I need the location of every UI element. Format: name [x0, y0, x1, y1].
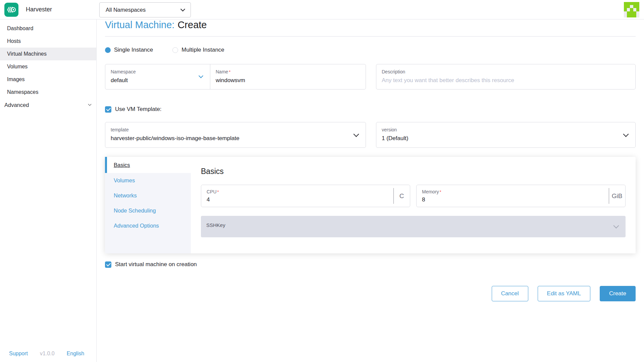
sidebar-nav: Dashboard Hosts Virtual Machines Volumes…	[0, 19, 97, 362]
sidebar-group-advanced[interactable]: Advanced	[0, 99, 96, 112]
tab-networks[interactable]: Networks	[105, 188, 191, 203]
sshkey-select-disabled: SSHKey	[201, 216, 626, 237]
sidebar-advanced-label: Advanced	[4, 102, 29, 108]
template-label: template	[111, 127, 129, 132]
support-link[interactable]: Support	[9, 351, 28, 357]
basics-heading: Basics	[201, 167, 626, 176]
cpu-unit: C	[393, 185, 410, 207]
tab-node-scheduling[interactable]: Node Scheduling	[105, 203, 191, 218]
start-on-creation-row: Start virtual machine on creation	[105, 261, 636, 268]
sidebar-item-images[interactable]: Images	[0, 73, 96, 86]
use-vm-template-checkbox[interactable]	[105, 106, 111, 113]
cpu-field-box: CPU* C	[201, 185, 410, 207]
cpu-label: CPU	[207, 189, 217, 194]
radio-single-instance-label: Single Instance	[114, 47, 153, 53]
create-button[interactable]: Create	[600, 286, 636, 301]
start-on-creation-checkbox[interactable]	[105, 261, 111, 268]
action-buttons: Cancel Edit as YAML Create	[105, 286, 636, 301]
instance-mode-group: Single Instance Multiple Instance	[105, 47, 636, 53]
app-title: Harvester	[26, 6, 52, 13]
template-select[interactable]: template harvester-public/windows-iso-im…	[105, 122, 366, 148]
radio-selected-icon	[105, 47, 111, 53]
name-field-wrap: Name*	[210, 64, 366, 89]
radio-unselected-icon	[172, 47, 178, 53]
cpu-field-wrap: CPU*	[201, 185, 393, 207]
sidebar-item-virtual-machines[interactable]: Virtual Machines	[0, 48, 96, 60]
cpu-input[interactable]	[207, 196, 388, 203]
name-row: Namespace default Name* Description	[105, 64, 636, 89]
memory-input[interactable]	[422, 196, 603, 203]
start-on-creation-label: Start virtual machine on creation	[115, 261, 197, 268]
required-asterisk: *	[440, 189, 441, 194]
config-tab-list: Basics Volumes Networks Node Scheduling …	[105, 157, 191, 253]
version-select[interactable]: version 1 (Default)	[376, 122, 636, 148]
template-value: harvester-public/windows-iso-image-base-…	[111, 135, 360, 142]
title-divider	[105, 36, 636, 37]
version-label: version	[382, 127, 397, 132]
description-field-wrap: Description	[376, 64, 636, 89]
memory-label: Memory	[422, 189, 439, 194]
page-title: Virtual Machine:Create	[105, 19, 636, 31]
sidebar-item-dashboard[interactable]: Dashboard	[0, 22, 96, 35]
tab-advanced-options[interactable]: Advanced Options	[105, 218, 191, 233]
sidebar-item-hosts[interactable]: Hosts	[0, 35, 96, 48]
chevron-down-icon	[613, 223, 619, 229]
radio-multiple-instance[interactable]: Multiple Instance	[172, 47, 224, 53]
sshkey-label: SSHKey	[206, 222, 225, 228]
tab-basics[interactable]: Basics	[105, 157, 191, 173]
description-label: Description	[382, 69, 405, 74]
sidebar-footer: Support v1.0.0 English	[9, 351, 84, 357]
required-asterisk: *	[217, 189, 219, 194]
vm-config-card: Basics Volumes Networks Node Scheduling …	[105, 157, 636, 253]
namespace-select[interactable]: Namespace default	[105, 64, 210, 89]
tab-volumes[interactable]: Volumes	[105, 173, 191, 188]
harvester-logo-icon	[4, 3, 18, 17]
version-value: 1 (Default)	[382, 135, 630, 142]
memory-field-box: Memory* GiB	[416, 185, 626, 207]
use-vm-template-row: Use VM Template:	[105, 106, 636, 113]
namespace-name-box: Namespace default Name*	[105, 64, 366, 89]
basics-panel: Basics CPU* C Memory* GiB	[191, 157, 636, 253]
edit-as-yaml-button[interactable]: Edit as YAML	[538, 286, 590, 301]
main-content: Virtual Machine:Create Single Instance M…	[97, 19, 644, 301]
namespace-label: Namespace	[111, 69, 136, 74]
radio-multiple-instance-label: Multiple Instance	[181, 47, 224, 53]
version-text: v1.0.0	[40, 351, 55, 357]
chevron-down-icon	[88, 103, 92, 106]
sidebar-item-volumes[interactable]: Volumes	[0, 60, 96, 73]
cpu-memory-row: CPU* C Memory* GiB	[201, 185, 626, 207]
namespace-filter-select[interactable]: All Namespaces	[99, 2, 191, 17]
namespace-filter-value: All Namespaces	[106, 7, 146, 13]
page-title-resource: Virtual Machine:	[105, 19, 174, 30]
memory-unit: GiB	[609, 185, 625, 207]
name-label: Name	[216, 69, 228, 74]
memory-field-wrap: Memory*	[417, 185, 609, 207]
chevron-down-icon	[180, 7, 185, 11]
required-asterisk: *	[229, 69, 230, 74]
top-header: Harvester All Namespaces	[0, 0, 644, 19]
page-title-action: Create	[177, 19, 207, 30]
cancel-button[interactable]: Cancel	[492, 286, 528, 301]
template-row: template harvester-public/windows-iso-im…	[105, 122, 636, 148]
user-avatar[interactable]	[624, 2, 639, 17]
language-link[interactable]: English	[67, 351, 84, 357]
namespace-value: default	[111, 77, 205, 84]
sidebar-item-namespaces[interactable]: Namespaces	[0, 86, 96, 99]
description-input[interactable]	[382, 77, 630, 84]
radio-single-instance[interactable]: Single Instance	[105, 47, 153, 53]
use-vm-template-label: Use VM Template:	[115, 106, 162, 113]
name-input[interactable]	[216, 77, 360, 84]
